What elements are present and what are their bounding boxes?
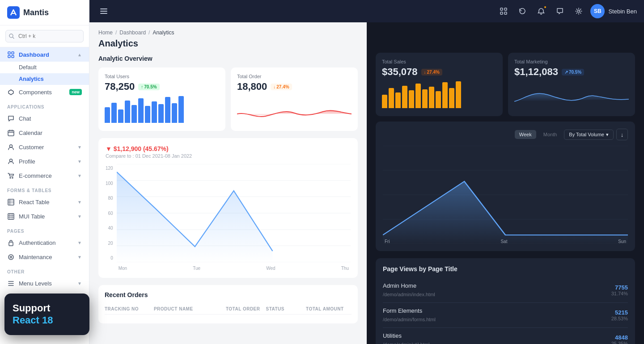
- support-react-popup[interactable]: Support React 18: [4, 294, 89, 335]
- x-label-sat: Sat: [500, 239, 507, 244]
- user-menu-button[interactable]: SB Stebin Ben: [590, 4, 637, 18]
- card-total-users: Total Users 78,250 ↑ 70.5%: [98, 67, 225, 131]
- card-marketing-badge: ↗ 70.5%: [562, 69, 584, 76]
- profile-chevron: ▼: [77, 159, 82, 164]
- react-table-icon: [7, 198, 14, 206]
- dark-income-chart: [383, 146, 628, 244]
- calendar-icon: [7, 129, 14, 136]
- mui-table-chevron: ▼: [77, 214, 82, 219]
- bar: [436, 91, 441, 108]
- content-wrapper: Home / Dashboard / Analytics Analytics A…: [89, 22, 644, 344]
- sidebar-item-menu-levels[interactable]: Menu Levels ▼: [0, 276, 89, 290]
- bar: [382, 95, 387, 108]
- auth-chevron: ▼: [77, 240, 82, 245]
- ecommerce-icon: [7, 172, 14, 179]
- svg-rect-18: [500, 12, 503, 14]
- svg-point-7: [9, 145, 12, 147]
- calendar-label: Calendar: [19, 130, 42, 136]
- messages-button[interactable]: [553, 4, 567, 18]
- sidebar-item-maintenance[interactable]: Maintenance ▼: [0, 250, 89, 264]
- table-header: TRACKING NO PRODUCT NAME TOTAL ORDER STA…: [105, 304, 352, 315]
- settings-button[interactable]: [572, 4, 586, 18]
- pv-count-3: 4848: [611, 334, 628, 341]
- volume-select[interactable]: By Total Volume ▾: [564, 130, 614, 140]
- menu-toggle-button[interactable]: [97, 4, 111, 18]
- sidebar-item-dashboard[interactable]: Dashboard ▲: [0, 47, 89, 62]
- pv-count-2: 5215: [611, 309, 628, 316]
- sidebar-item-customer[interactable]: Customer ▼: [0, 140, 89, 154]
- customer-chevron: ▼: [77, 145, 82, 150]
- sidebar-item-mui-table[interactable]: MUI Table ▼: [0, 209, 89, 223]
- order-area-chart: [237, 96, 352, 123]
- dashboard-chevron: ▲: [77, 52, 82, 57]
- app-name: Mantis: [23, 8, 49, 17]
- bar: [456, 81, 461, 108]
- support-line1: Support: [13, 302, 81, 314]
- income-overview-light: ▼ $1,12,900 (45.67%) Compare to : 01 Dec…: [98, 138, 358, 278]
- menu-levels-label: Menu Levels: [19, 280, 52, 287]
- svg-rect-13: [9, 242, 13, 246]
- bar: [111, 103, 117, 123]
- card-order-badge: ↓ 27.4%: [271, 84, 292, 90]
- sidebar-sub-analytics[interactable]: Analytics: [0, 73, 89, 85]
- download-button[interactable]: ↓: [616, 129, 628, 140]
- sidebar-item-react-table[interactable]: React Table ▼: [0, 195, 89, 209]
- sidebar-sub-default[interactable]: Default: [0, 62, 89, 73]
- chevron-down-icon: ▾: [606, 132, 609, 138]
- sidebar-item-chat[interactable]: Chat: [0, 111, 89, 126]
- bar: [402, 86, 407, 108]
- breadcrumb-dashboard[interactable]: Dashboard: [119, 29, 146, 36]
- sidebar-logo[interactable]: Mantis: [0, 0, 89, 25]
- menu-levels-icon: [7, 280, 14, 287]
- y-label: 60: [106, 211, 113, 216]
- analytic-overview-title: Analytic Overview: [98, 55, 358, 62]
- card-total-sales: Total Sales $35,078 ↓ 27.4%: [376, 53, 503, 116]
- analytic-cards-light: Total Users 78,250 ↑ 70.5%: [98, 67, 358, 131]
- svg-rect-12: [8, 214, 14, 219]
- bar: [389, 88, 394, 108]
- x-label-thu: Thu: [341, 266, 349, 271]
- sidebar-item-ecommerce[interactable]: E-commerce ▼: [0, 168, 89, 183]
- svg-rect-6: [8, 130, 14, 136]
- card-order-value: 18,800: [237, 81, 267, 92]
- svg-rect-5: [12, 55, 14, 58]
- user-name: Stebin Ben: [608, 8, 637, 15]
- bar: [422, 89, 428, 108]
- topbar-right: SB Stebin Ben: [496, 4, 637, 18]
- week-button[interactable]: Week: [515, 130, 536, 139]
- mantis-logo-icon: [7, 6, 20, 19]
- notifications-button[interactable]: [534, 4, 548, 18]
- bar: [409, 90, 414, 108]
- sidebar-item-calendar[interactable]: Calendar: [0, 126, 89, 140]
- menu-levels-chevron: ▼: [77, 281, 82, 286]
- sidebar-item-profile[interactable]: Profile ▼: [0, 154, 89, 168]
- breadcrumb-home[interactable]: Home: [98, 29, 113, 36]
- card-total-marketing: Total Marketing $1,12,083 ↗ 70.5%: [508, 53, 635, 116]
- sidebar-item-components[interactable]: Components new: [0, 85, 89, 99]
- pv-pct-3: 25.35%: [611, 341, 628, 344]
- svg-point-8: [9, 159, 12, 162]
- month-button[interactable]: Month: [539, 130, 562, 139]
- react-table-chevron: ▼: [77, 200, 82, 205]
- x-label-wed: Wed: [266, 266, 275, 271]
- apps-button[interactable]: [496, 4, 511, 18]
- card-marketing-value: $1,12,083: [514, 66, 558, 78]
- down-arrow-icon: ↓: [273, 84, 275, 89]
- breadcrumb: Home / Dashboard / Analytics: [98, 29, 358, 36]
- refresh-button[interactable]: [515, 4, 530, 18]
- pv-row-3: Utilities /demo/admin/util.html 4848 25.…: [383, 328, 628, 344]
- x-label-fri: Fri: [385, 239, 390, 244]
- income-header: ▼ $1,12,900 (45.67%) Compare to : 01 Dec…: [106, 145, 351, 159]
- components-badge: new: [69, 89, 82, 95]
- y-label: 40: [106, 226, 113, 231]
- svg-point-14: [8, 255, 13, 260]
- up-arrow-icon: ↑: [141, 84, 143, 89]
- dashboard-icon: [7, 51, 14, 58]
- search-input[interactable]: [5, 30, 84, 42]
- dashboard-label: Dashboard: [19, 51, 49, 58]
- section-pages: Pages: [0, 223, 89, 235]
- pv-url-1: /demo/admin/index.html: [383, 292, 435, 297]
- support-line2: React 18: [13, 315, 81, 326]
- sidebar-item-authentication[interactable]: Authentication ▼: [0, 235, 89, 250]
- main-area: SB Stebin Ben Home / Dashboard / Analyti…: [89, 0, 644, 344]
